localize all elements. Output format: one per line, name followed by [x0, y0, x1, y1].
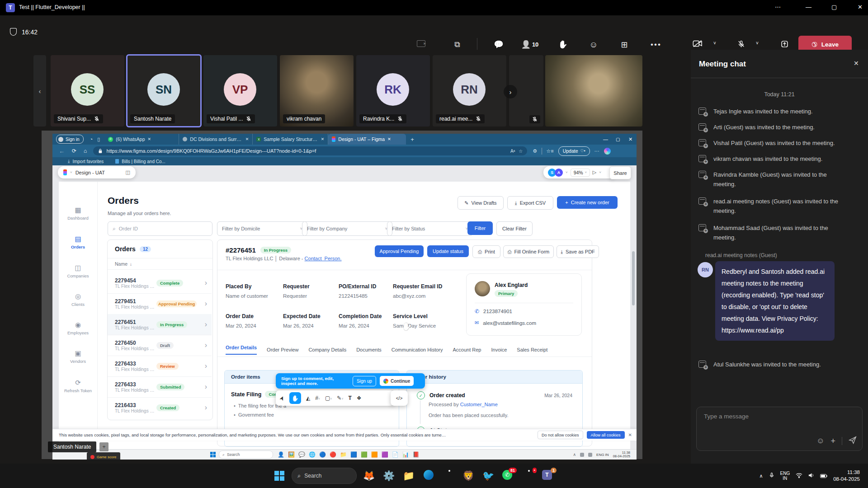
column-header-name[interactable]: Name	[115, 261, 127, 267]
sidebar-item-employees[interactable]: ◉Employees	[59, 321, 97, 335]
window-maximize-icon[interactable]: ▢	[831, 4, 837, 10]
shared-language-indicator[interactable]: ENG IN	[596, 453, 609, 457]
tab-invoice[interactable]: Invoice	[491, 347, 507, 352]
firefox-icon[interactable]: 🦊	[363, 470, 375, 482]
order-id-search-input[interactable]: ⌕ Order ID	[108, 221, 212, 236]
taskbar-search-box[interactable]: ⌕ Search	[292, 468, 357, 484]
tab-order-details[interactable]: Order Details	[226, 345, 257, 355]
text-tool-icon[interactable]: T	[349, 395, 352, 401]
collaborator-avatar[interactable]: A	[555, 169, 563, 177]
extensions-icon[interactable]: ⚙	[533, 148, 537, 154]
sidebar-item-vendors[interactable]: ▣Vendors	[59, 349, 97, 364]
favorite-item[interactable]: ⤓Import favorites	[68, 159, 104, 164]
twitter-icon[interactable]: 🐦	[482, 470, 494, 482]
browser-menu-icon[interactable]: ⋯	[594, 148, 600, 154]
sidebar-item-clients[interactable]: ◎Clients	[59, 292, 97, 307]
order-row[interactable]: 2279451TL Flex Holdings LLC Approval Pen…	[108, 293, 212, 314]
contact-person-link[interactable]: Contact_Person.	[305, 256, 342, 261]
browser-vertical-tabs-icon[interactable]: ▯	[97, 136, 100, 142]
favorites-bar-icon[interactable]: ☆≡	[546, 148, 553, 154]
attach-plus-icon[interactable]: +	[830, 436, 835, 446]
filter-apply-button[interactable]: Filter	[467, 221, 493, 235]
sidebar-item-refresh-token[interactable]: ⟳Refresh Token	[59, 379, 97, 393]
battery-icon[interactable]	[820, 472, 827, 480]
cookie-close-icon[interactable]: ✕	[628, 432, 632, 437]
update-button[interactable]: Update ♡•	[558, 146, 590, 156]
contact-phone-row[interactable]: ✆2123874901	[475, 308, 512, 314]
presenter-label-expand-icon[interactable]: +	[99, 442, 108, 451]
edge-icon[interactable]	[423, 470, 434, 482]
tab-order-preview[interactable]: Order Preview	[267, 347, 298, 352]
export-csv-button[interactable]: ⤓Export CSV	[507, 196, 553, 210]
browser-tab[interactable]: X Sample Salary Structure with calc✕	[253, 134, 328, 145]
app-icon[interactable]: 👤	[278, 451, 284, 458]
filter-company-select[interactable]: Filter by Company˅	[302, 221, 392, 236]
figma-doc-chip[interactable]: ˅ Design - UAT ◫	[58, 166, 136, 178]
shared-start-icon[interactable]	[210, 452, 216, 457]
app-icon[interactable]: 📄	[392, 451, 399, 458]
language-indicator[interactable]: ENG IN	[780, 471, 790, 481]
app-icon[interactable]: 📕	[413, 451, 420, 458]
chat-input-box[interactable]: ☺ +	[696, 407, 863, 451]
customer-name-link[interactable]: Customer_Name	[460, 402, 498, 407]
filter-status-select[interactable]: Filter by Status˅	[387, 221, 473, 236]
hand-tool-icon[interactable]: ✋	[289, 392, 301, 404]
app-icon[interactable]: 🖼️	[288, 451, 295, 458]
move-tool-icon[interactable]: ➤	[278, 394, 286, 402]
shared-search-box[interactable]: ⌕Search	[219, 450, 273, 459]
window-more-icon[interactable]: ⋯	[775, 4, 782, 10]
chat-close-icon[interactable]: ✕	[854, 60, 859, 67]
app-icon[interactable]: 🔵	[319, 451, 326, 458]
order-row[interactable]: 2276433TL Flex Holdings LLC Review ›	[108, 356, 212, 377]
present-icon[interactable]: ▷	[593, 169, 596, 175]
tab-documents[interactable]: Documents	[356, 347, 382, 352]
create-new-order-button[interactable]: +Create new order	[557, 196, 618, 209]
signup-button[interactable]: Sign up	[353, 376, 376, 386]
participant-tile[interactable]: SS Shivani Sup...	[51, 55, 124, 127]
tab-close-icon[interactable]: ✕	[148, 137, 151, 141]
tab-account-rep[interactable]: Account Rep	[453, 347, 481, 352]
brave-icon[interactable]: 🦁	[462, 470, 474, 482]
whatsapp-icon[interactable]: ✆81	[502, 470, 514, 482]
participant-tile-active-speaker[interactable]: SN Santosh Narate	[127, 55, 201, 127]
tray-mic-icon[interactable]	[769, 472, 774, 480]
tab-communication-history[interactable]: Communication History	[392, 347, 443, 352]
start-button-icon[interactable]	[274, 471, 284, 481]
teams-icon[interactable]: T1	[542, 470, 554, 482]
allow-cookies-button[interactable]: Allow all cookies	[587, 431, 625, 439]
update-status-button[interactable]: Update status	[427, 245, 469, 257]
favorite-item[interactable]: Bills | Billing and Co...	[115, 159, 165, 164]
save-as-pdf-button[interactable]: ⤓Save as PDF	[557, 245, 599, 258]
browser-history-icon[interactable]: ◔	[90, 136, 93, 142]
app-icon[interactable]: 🟧	[371, 451, 378, 458]
tab-sales-receipt[interactable]: Sales Receipt	[517, 347, 547, 352]
layout-panel-icon[interactable]: ◫	[126, 169, 130, 175]
emoji-icon[interactable]: ☺	[816, 436, 824, 446]
print-button[interactable]: ⎙Print	[472, 245, 500, 258]
app-icon[interactable]: 🟩	[361, 451, 368, 458]
browser-tab[interactable]: DC Divisions and Surroundings✕	[179, 134, 253, 145]
shared-tray-chevron-icon[interactable]: ∧	[573, 452, 576, 457]
browser-tab[interactable]: ✆ (6) WhatsApp✕	[104, 134, 179, 145]
components-tool-icon[interactable]: ❖	[357, 395, 362, 401]
app-icon[interactable]: 🟪	[382, 451, 388, 458]
participant-tile[interactable]: RN read.ai mee...	[433, 55, 506, 127]
back-icon[interactable]: ←	[59, 148, 65, 155]
order-row[interactable]: 2276433TL Flex Holdings LLC Submitted ›	[108, 376, 212, 398]
view-drafts-button[interactable]: ✎View Drafts	[458, 196, 504, 210]
figma-share-button[interactable]: Share	[609, 166, 631, 179]
sidebar-item-dashboard[interactable]: ▦Dashboard	[59, 206, 97, 221]
fill-online-form-button[interactable]: ⎙Fill Online Form	[503, 245, 554, 258]
pen-tool-icon[interactable]: ✎˅	[337, 395, 343, 401]
volume-icon[interactable]	[808, 472, 814, 480]
shape-tool-icon[interactable]: ▢˅	[325, 395, 332, 401]
camera-chevron-icon[interactable]: ˅	[713, 41, 716, 46]
app-icon[interactable]: 📊	[402, 451, 409, 458]
app-icon[interactable]: 📁	[340, 451, 347, 458]
window-minimize-icon[interactable]: —	[806, 4, 811, 10]
tab-close-icon[interactable]: ✕	[245, 137, 249, 141]
read-aloud-icon[interactable]: Aᵃ	[510, 149, 515, 154]
copilot-icon[interactable]	[604, 148, 611, 155]
order-row-selected[interactable]: 2276451TL Flex Holdings LLC In Progress …	[108, 314, 212, 335]
app-icon[interactable]: 💬	[298, 451, 305, 458]
